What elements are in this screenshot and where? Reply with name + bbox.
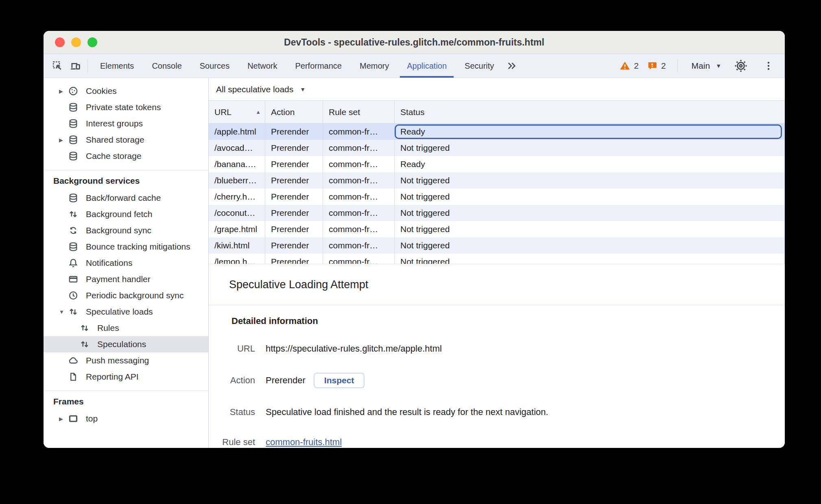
action-cell[interactable]: Prerender bbox=[265, 205, 323, 221]
database-icon bbox=[67, 118, 79, 129]
sidebar-item-private-state-tokens[interactable]: Private state tokens bbox=[44, 99, 208, 115]
action-cell[interactable]: Prerender bbox=[265, 140, 323, 156]
action-cell[interactable]: Prerender bbox=[265, 156, 323, 172]
ruleset-cell[interactable]: common-fr… bbox=[323, 237, 395, 254]
ruleset-cell[interactable]: common-fr… bbox=[323, 156, 395, 172]
ruleset-cell[interactable]: common-fr… bbox=[323, 124, 395, 140]
sidebar-item-label: Back/forward cache bbox=[86, 193, 161, 203]
url-cell[interactable]: /avocad… bbox=[209, 140, 265, 156]
toggle-device-toolbar-button[interactable] bbox=[66, 57, 84, 75]
warnings-badge[interactable]: 2 bbox=[620, 61, 639, 71]
sidebar-item-back-forward-cache[interactable]: Back/forward cache bbox=[44, 190, 208, 206]
rule-set-link[interactable]: common-fruits.html bbox=[266, 436, 342, 448]
url-cell[interactable]: /banana.… bbox=[209, 156, 265, 172]
action-cell[interactable]: Prerender bbox=[265, 237, 323, 254]
tab-performance[interactable]: Performance bbox=[286, 54, 351, 78]
table-row-kiwi-html[interactable]: /kiwi.htmlPrerendercommon-fr…Not trigger… bbox=[209, 237, 785, 254]
sidebar-item-notifications[interactable]: Notifications bbox=[44, 255, 208, 271]
title-bar: DevTools - speculative-rules.glitch.me/c… bbox=[44, 31, 785, 54]
menu-button[interactable] bbox=[758, 57, 779, 75]
sidebar-item-background-fetch[interactable]: Background fetch bbox=[44, 206, 208, 222]
sidebar-item-periodic-background-sync[interactable]: Periodic background sync bbox=[44, 287, 208, 304]
status-cell[interactable]: Not triggered bbox=[395, 172, 785, 189]
action-cell[interactable]: Prerender bbox=[265, 254, 323, 264]
sidebar-item-payment-handler[interactable]: Payment handler bbox=[44, 271, 208, 287]
tab-elements[interactable]: Elements bbox=[91, 54, 143, 78]
status-cell[interactable]: Not triggered bbox=[395, 189, 785, 205]
device-toolbar-icon bbox=[70, 60, 81, 72]
column-header-url[interactable]: URL ▲ bbox=[209, 101, 265, 123]
issues-badge[interactable]: 2 bbox=[647, 61, 666, 71]
tab-network[interactable]: Network bbox=[238, 54, 286, 78]
column-header-status[interactable]: Status bbox=[395, 101, 785, 123]
target-selector-dropdown[interactable]: Main ▼ bbox=[689, 61, 724, 71]
ruleset-cell[interactable]: common-fr… bbox=[323, 189, 395, 205]
url-cell[interactable]: /lemon.h… bbox=[209, 254, 265, 264]
speculative-loads-filter-dropdown[interactable]: All speculative loads ▼ bbox=[212, 85, 310, 94]
ruleset-cell[interactable]: common-fr… bbox=[323, 205, 395, 221]
url-cell[interactable]: /kiwi.html bbox=[209, 237, 265, 254]
url-cell[interactable]: /grape.html bbox=[209, 221, 265, 237]
sidebar-item-cache-storage[interactable]: Cache storage bbox=[44, 148, 208, 164]
sidebar-item-interest-groups[interactable]: Interest groups bbox=[44, 115, 208, 132]
url-cell[interactable]: /blueberr… bbox=[209, 172, 265, 189]
ruleset-cell[interactable]: common-fr… bbox=[323, 140, 395, 156]
tab-sources[interactable]: Sources bbox=[191, 54, 238, 78]
sidebar-item-cookies[interactable]: ▶Cookies bbox=[44, 83, 208, 99]
table-row-coconut[interactable]: /coconut…Prerendercommon-fr…Not triggere… bbox=[209, 205, 785, 221]
status-cell[interactable]: Not triggered bbox=[395, 254, 785, 264]
sidebar-item-top[interactable]: ▶top bbox=[44, 411, 208, 427]
devtools-window: DevTools - speculative-rules.glitch.me/c… bbox=[44, 31, 785, 448]
sidebar-item-speculations[interactable]: Speculations bbox=[44, 336, 208, 352]
action-cell[interactable]: Prerender bbox=[265, 189, 323, 205]
sidebar-item-rules[interactable]: Rules bbox=[44, 320, 208, 336]
tab-application[interactable]: Application bbox=[398, 54, 456, 78]
more-tabs-button[interactable] bbox=[503, 61, 520, 71]
detail-label: Action bbox=[214, 374, 255, 387]
chevron-collapsed-icon[interactable]: ▶ bbox=[59, 137, 67, 143]
status-cell[interactable]: Not triggered bbox=[395, 221, 785, 237]
settings-button[interactable] bbox=[732, 57, 750, 75]
table-row-lemon-h[interactable]: /lemon.h…Prerendercommon-fr…Not triggere… bbox=[209, 254, 785, 264]
tab-console[interactable]: Console bbox=[143, 54, 190, 78]
sidebar-item-background-sync[interactable]: Background sync bbox=[44, 222, 208, 239]
ruleset-cell[interactable]: common-fr… bbox=[323, 254, 395, 264]
detail-row-status: StatusSpeculative load finished and the … bbox=[214, 406, 773, 418]
sidebar-item-reporting-api[interactable]: Reporting API bbox=[44, 369, 208, 385]
status-cell[interactable]: Not triggered bbox=[395, 205, 785, 221]
detail-row-rule-set: Rule setcommon-fruits.html bbox=[214, 436, 773, 448]
sidebar-item-speculative-loads[interactable]: ▼Speculative loads bbox=[44, 304, 208, 320]
inspect-element-button[interactable] bbox=[48, 57, 66, 75]
action-cell[interactable]: Prerender bbox=[265, 124, 323, 140]
chevron-collapsed-icon[interactable]: ▶ bbox=[59, 416, 67, 422]
table-row-cherry-h[interactable]: /cherry.h…Prerendercommon-fr…Not trigger… bbox=[209, 189, 785, 205]
status-cell[interactable]: Not triggered bbox=[395, 140, 785, 156]
ruleset-cell[interactable]: common-fr… bbox=[323, 172, 395, 189]
table-row-grape-html[interactable]: /grape.htmlPrerendercommon-fr…Not trigge… bbox=[209, 221, 785, 237]
table-row-blueberr[interactable]: /blueberr…Prerendercommon-fr…Not trigger… bbox=[209, 172, 785, 189]
inspect-button[interactable]: Inspect bbox=[314, 373, 365, 388]
sidebar-item-bounce-tracking-mitigations[interactable]: Bounce tracking mitigations bbox=[44, 239, 208, 255]
tab-security[interactable]: Security bbox=[456, 54, 503, 78]
action-cell[interactable]: Prerender bbox=[265, 221, 323, 237]
sidebar-item-label: Background fetch bbox=[86, 209, 152, 219]
tab-memory[interactable]: Memory bbox=[351, 54, 398, 78]
action-cell[interactable]: Prerender bbox=[265, 172, 323, 189]
table-row-avocad[interactable]: /avocad…Prerendercommon-fr…Not triggered bbox=[209, 140, 785, 156]
status-cell[interactable]: Ready bbox=[395, 124, 785, 140]
url-cell[interactable]: /cherry.h… bbox=[209, 189, 265, 205]
table-row-apple-html[interactable]: /apple.htmlPrerendercommon-fr…Ready bbox=[209, 124, 785, 140]
column-header-rule-set[interactable]: Rule set bbox=[323, 101, 395, 123]
chevron-collapsed-icon[interactable]: ▶ bbox=[59, 88, 67, 94]
database-icon bbox=[67, 135, 79, 145]
url-cell[interactable]: /coconut… bbox=[209, 205, 265, 221]
sidebar-item-push-messaging[interactable]: Push messaging bbox=[44, 352, 208, 369]
url-cell[interactable]: /apple.html bbox=[209, 124, 265, 140]
sidebar-item-shared-storage[interactable]: ▶Shared storage bbox=[44, 132, 208, 148]
chevron-expanded-icon[interactable]: ▼ bbox=[59, 309, 67, 315]
status-cell[interactable]: Not triggered bbox=[395, 237, 785, 254]
column-header-action[interactable]: Action bbox=[265, 101, 323, 123]
table-row-banana[interactable]: /banana.…Prerendercommon-fr…Ready bbox=[209, 156, 785, 172]
status-cell[interactable]: Ready bbox=[395, 156, 785, 172]
ruleset-cell[interactable]: common-fr… bbox=[323, 221, 395, 237]
